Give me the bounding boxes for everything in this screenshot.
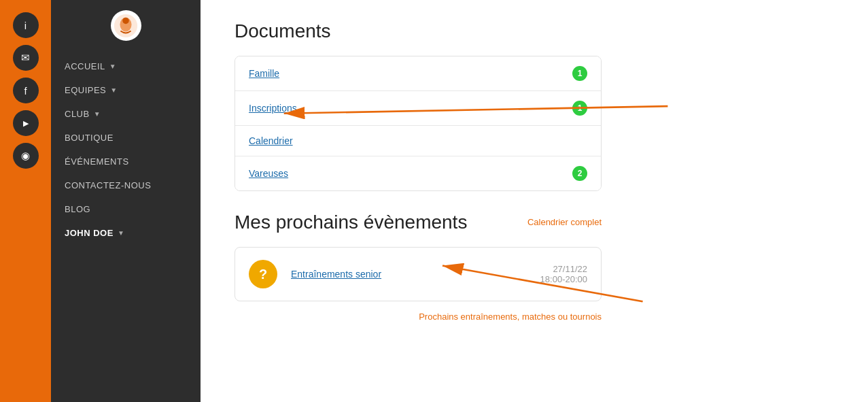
event-info: Entraînements senior	[291, 268, 527, 280]
event-card: ? Entraînements senior 27/11/22 18:00-20…	[235, 247, 602, 301]
event-link-entrainements[interactable]: Entraînements senior	[291, 269, 381, 280]
events-title: Mes prochains évènements	[235, 212, 467, 233]
doc-link-calendrier[interactable]: Calendrier	[249, 135, 293, 146]
instagram-icon[interactable]: ◉	[13, 143, 39, 169]
orange-strip: i ✉ f ▶ ◉	[0, 0, 51, 402]
sidebar-item-evenements[interactable]: ÉVÉNEMENTS	[51, 150, 201, 173]
doc-badge-vareuses: 2	[572, 166, 587, 181]
caret-icon: ▼	[118, 229, 124, 237]
main-content: Documents Famille 1 Inscriptions 1 Calen…	[201, 0, 868, 402]
facebook-icon[interactable]: f	[13, 78, 39, 103]
youtube-icon[interactable]: ▶	[13, 110, 39, 136]
caret-icon: ▼	[110, 86, 117, 94]
doc-link-famille[interactable]: Famille	[249, 68, 279, 79]
documents-list: Famille 1 Inscriptions 1 Calendrier Vare…	[235, 56, 602, 191]
sidebar-item-boutique[interactable]: BOUTIQUE	[51, 126, 201, 150]
prochains-label: Prochains entraînements, matches ou tour…	[235, 312, 602, 322]
sidebar-item-equipes[interactable]: EQUIPES ▼	[51, 78, 201, 102]
doc-item-calendrier: Calendrier	[235, 126, 601, 156]
event-question-icon: ?	[249, 260, 277, 288]
club-logo	[111, 10, 141, 41]
sidebar-item-blog[interactable]: BLOG	[51, 197, 201, 221]
info-icon[interactable]: i	[13, 12, 39, 38]
doc-item-vareuses: Vareuses 2	[235, 156, 601, 190]
sidebar-item-contactez-nous[interactable]: CONTACTEZ-NOUS	[51, 173, 201, 197]
svg-point-2	[122, 17, 129, 24]
doc-item-inscriptions: Inscriptions 1	[235, 91, 601, 126]
doc-item-famille: Famille 1	[235, 56, 601, 91]
events-header: Mes prochains évènements Calendrier comp…	[235, 212, 602, 233]
sidebar-item-club[interactable]: CLUB ▼	[51, 102, 201, 126]
sidebar-item-accueil[interactable]: ACCUEIL ▼	[51, 54, 201, 78]
event-date: 27/11/22 18:00-20:00	[540, 264, 587, 284]
doc-badge-famille: 1	[572, 66, 587, 81]
sidebar: ACCUEIL ▼ EQUIPES ▼ CLUB ▼ BOUTIQUE ÉVÉN…	[51, 0, 201, 402]
doc-badge-inscriptions: 1	[572, 101, 587, 116]
mail-icon[interactable]: ✉	[13, 45, 39, 71]
caret-icon: ▼	[109, 63, 116, 70]
documents-title: Documents	[235, 20, 834, 42]
doc-link-vareuses[interactable]: Vareuses	[249, 168, 288, 179]
sidebar-item-john-doe[interactable]: JOHN DOE ▼	[51, 221, 201, 245]
sidebar-navigation: ACCUEIL ▼ EQUIPES ▼ CLUB ▼ BOUTIQUE ÉVÉN…	[51, 54, 201, 245]
calendrier-complet-link[interactable]: Calendrier complet	[527, 217, 602, 227]
caret-icon: ▼	[94, 110, 101, 118]
doc-link-inscriptions[interactable]: Inscriptions	[249, 103, 297, 114]
